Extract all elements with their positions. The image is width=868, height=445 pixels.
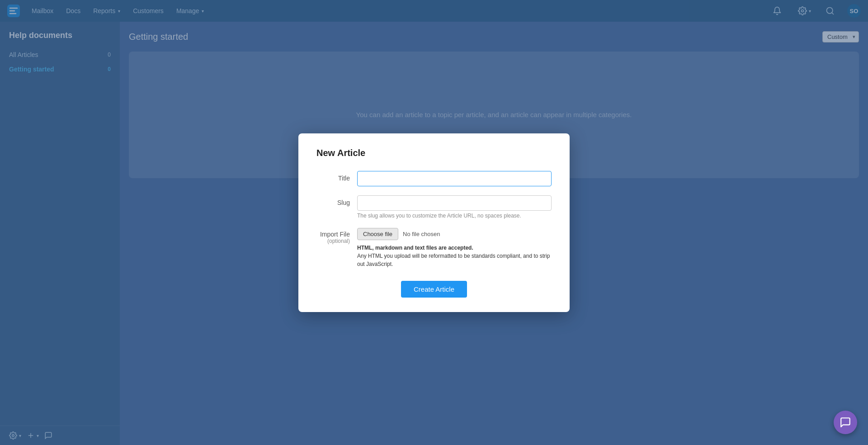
chat-bubble-button[interactable] (834, 411, 857, 434)
import-optional-label: (optional) (327, 238, 350, 244)
import-file-row: Import File (optional) Choose file No fi… (316, 228, 552, 268)
file-row: Choose file No file chosen (357, 228, 552, 240)
title-label: Title (316, 171, 357, 182)
file-help: HTML, markdown and text files are accept… (357, 244, 552, 268)
slug-input[interactable] (357, 195, 552, 211)
slug-row: Slug The slug allows you to customize th… (316, 195, 552, 219)
import-file-field: Choose file No file chosen HTML, markdow… (357, 228, 552, 268)
title-field (357, 171, 552, 186)
choose-file-button[interactable]: Choose file (357, 228, 398, 240)
modal-actions: Create Article (316, 281, 552, 298)
slug-field: The slug allows you to customize the Art… (357, 195, 552, 219)
modal-title: New Article (316, 148, 552, 158)
file-help-normal: Any HTML you upload will be reformatted … (357, 253, 550, 267)
import-file-label: Import File (320, 231, 350, 238)
title-input[interactable] (357, 171, 552, 186)
file-help-bold: HTML, markdown and text files are accept… (357, 245, 473, 251)
new-article-modal: New Article Title Slug The slug allows y… (298, 133, 570, 312)
create-article-button[interactable]: Create Article (401, 281, 467, 298)
file-name-text: No file chosen (403, 231, 440, 237)
slug-hint: The slug allows you to customize the Art… (357, 213, 552, 219)
slug-label: Slug (316, 195, 357, 206)
title-row: Title (316, 171, 552, 186)
modal-overlay[interactable]: New Article Title Slug The slug allows y… (0, 0, 868, 445)
